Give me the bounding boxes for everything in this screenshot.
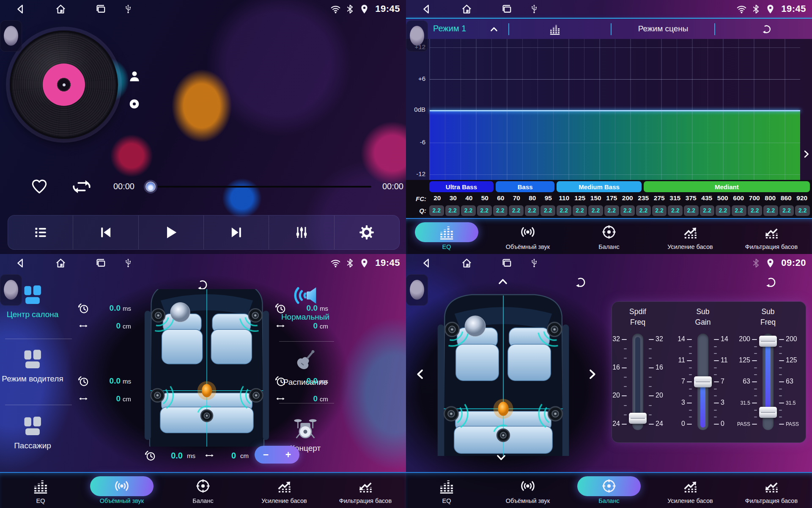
q-factor-value[interactable]: 2.2 [557,205,571,216]
nav-item-3[interactable]: Баланс [162,473,244,508]
q-factor-value[interactable]: 2.2 [636,205,651,216]
q-factor-value[interactable]: 2.2 [748,205,763,216]
floating-widget-handle[interactable] [406,274,428,306]
q-factor-value[interactable]: 2.2 [763,205,778,216]
chevron-up-icon[interactable] [489,24,499,34]
delay-clock-icon[interactable] [144,449,156,462]
distance-arrow-icon[interactable] [77,394,90,403]
eq-bars-icon[interactable] [549,23,561,35]
q-factor-value[interactable]: 2.2 [684,205,699,216]
home-icon[interactable] [461,257,473,269]
q-factor-value[interactable]: 2.2 [668,205,683,216]
q-factor-value[interactable]: 2.2 [779,205,794,216]
next-track-button[interactable] [203,215,269,249]
reset-icon[interactable] [574,276,587,289]
nav-item-3[interactable]: Баланс [568,473,650,508]
album-disc-icon[interactable] [129,98,140,110]
back-icon[interactable] [14,3,27,15]
slider-handle[interactable] [629,413,647,424]
nav-item-1[interactable]: EQ [0,473,81,508]
slider-handle[interactable] [759,336,777,347]
car-interior-top-view[interactable] [431,289,576,456]
q-factor-value[interactable]: 2.2 [716,205,730,216]
nav-item-2[interactable]: Объёмный звук [81,473,162,508]
chevron-down-icon[interactable] [493,451,509,464]
q-factor-value[interactable]: 2.2 [525,205,540,216]
q-factor-value[interactable]: 2.2 [429,205,444,216]
nav-item-4[interactable]: Усиление басов [650,473,731,508]
minus-button[interactable]: − [255,446,277,464]
home-icon[interactable] [55,3,67,15]
eq-plot-area[interactable] [429,39,800,180]
q-factor-value[interactable]: 2.2 [604,205,619,216]
q-factor-value[interactable]: 2.2 [652,205,667,216]
nav-item-1[interactable]: EQ [406,219,487,254]
repeat-icon[interactable] [72,177,91,196]
chevron-up-icon[interactable] [495,275,511,288]
progress-thumb[interactable] [144,180,157,193]
audio-effects-button[interactable] [269,215,334,249]
band-pill[interactable]: Ultra Bass [429,181,494,192]
scene-mode-button[interactable]: Режим сцены [612,24,714,33]
distance-arrow-icon[interactable] [274,321,287,331]
floating-widget-handle[interactable] [0,20,22,52]
slider-handle[interactable] [759,407,777,418]
delay-clock-icon[interactable] [77,375,90,387]
settings-button[interactable] [334,215,399,249]
previous-track-button[interactable] [73,215,138,249]
distance-arrow-icon[interactable] [77,321,90,331]
chevron-left-icon[interactable] [413,365,427,384]
position-preset-2[interactable]: Режим водителя [0,348,66,384]
car-interior-top-view[interactable] [134,289,280,447]
floating-widget-handle[interactable] [406,20,428,52]
back-icon[interactable] [420,257,433,269]
nav-item-2[interactable]: Объёмный звук [487,219,568,254]
nav-item-5[interactable]: Фильтрация басов [325,473,406,508]
recent-apps-icon[interactable] [501,257,513,269]
progress-track[interactable] [157,186,371,188]
q-factor-value[interactable]: 2.2 [540,205,555,216]
back-icon[interactable] [420,3,433,15]
q-factor-value[interactable]: 2.2 [700,205,715,216]
recent-apps-icon[interactable] [501,3,513,15]
q-factor-value[interactable]: 2.2 [477,205,492,216]
nav-item-5[interactable]: Фильтрация басов [731,473,812,508]
recent-apps-icon[interactable] [95,257,107,269]
nav-item-5[interactable]: Фильтрация басов [731,219,812,254]
floating-widget-handle[interactable] [0,274,22,306]
q-factor-value[interactable]: 2.2 [493,205,508,216]
q-factor-value[interactable]: 2.2 [573,205,587,216]
q-factor-value[interactable]: 2.2 [732,205,746,216]
band-pill[interactable]: Medium Bass [557,181,641,192]
reset-icon[interactable] [765,276,777,289]
nav-item-1[interactable]: EQ [406,473,487,508]
nav-item-4[interactable]: Усиление басов [244,473,325,508]
delay-clock-icon[interactable] [274,302,287,315]
q-factor-value[interactable]: 2.2 [620,205,635,216]
delay-clock-icon[interactable] [274,375,287,387]
back-icon[interactable] [14,257,27,269]
artist-icon[interactable] [128,69,141,83]
eq-mode-selector[interactable]: Режим 1 [433,24,466,33]
distance-arrow-icon[interactable] [203,451,216,460]
reset-icon[interactable] [761,24,772,35]
home-icon[interactable] [55,257,67,269]
q-factor-value[interactable]: 2.2 [461,205,476,216]
chevron-right-icon[interactable] [585,365,600,384]
plus-button[interactable]: + [277,446,299,464]
nav-item-2[interactable]: Объёмный звук [487,473,568,508]
recent-apps-icon[interactable] [95,3,107,15]
nav-item-4[interactable]: Усиление басов [650,219,731,254]
play-button[interactable] [138,215,203,249]
delay-clock-icon[interactable] [77,302,90,315]
nav-item-3[interactable]: Баланс [568,219,650,254]
chevron-right-icon[interactable] [801,146,812,163]
band-pill[interactable]: Mediant [644,181,810,192]
slider-handle[interactable] [694,376,712,387]
q-factor-value[interactable]: 2.2 [588,205,603,216]
q-factor-value[interactable]: 2.2 [509,205,524,216]
playlist-button[interactable] [8,215,73,249]
distance-arrow-icon[interactable] [274,394,287,403]
q-factor-value[interactable]: 2.2 [445,205,460,216]
home-icon[interactable] [461,3,473,15]
